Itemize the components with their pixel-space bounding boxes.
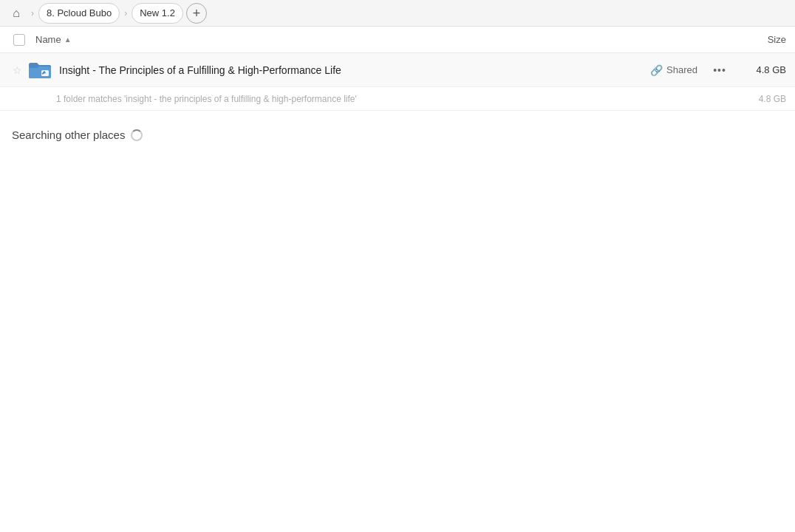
select-all-checkbox[interactable] [13,34,25,46]
file-row[interactable]: ☆ Insight - The Principles of a Fulfilli… [0,53,795,87]
searching-label: Searching other places [12,129,125,141]
match-info-row: 1 folder matches 'insight - the principl… [0,87,795,111]
loading-spinner [131,129,143,141]
add-tab-button[interactable]: + [186,3,207,24]
add-icon: + [193,7,201,20]
breadcrumb-item-new12[interactable]: New 1.2 [132,3,183,24]
header-checkbox-container [9,34,30,46]
file-name-label: Insight - The Principles of a Fulfilling… [59,64,650,76]
folder-svg [29,61,51,79]
breadcrumb-label-new12: New 1.2 [140,7,175,18]
breadcrumb-separator-2: › [124,8,127,18]
column-header-row: Name ▲ Size [0,27,795,53]
svg-rect-2 [30,66,38,68]
column-name-header[interactable]: Name ▲ [35,34,727,45]
match-info-size: 4.8 GB [742,94,786,104]
shared-badge: 🔗 Shared [650,64,697,76]
folder-icon [28,58,52,82]
home-button[interactable]: ⌂ [6,3,27,24]
column-size-header: Size [727,34,786,45]
more-options-button[interactable]: ••• [709,60,730,81]
star-button[interactable]: ☆ [9,64,25,76]
home-icon: ⌂ [13,7,20,20]
breadcrumb-label-pcloud: 8. Pcloud Bubo [47,7,112,18]
size-header-label: Size [768,34,786,45]
breadcrumb-item-pcloud[interactable]: 8. Pcloud Bubo [38,3,120,24]
link-icon: 🔗 [650,64,663,76]
star-icon: ☆ [13,64,22,76]
breadcrumb-bar: ⌂ › 8. Pcloud Bubo › New 1.2 + [0,0,795,27]
more-icon: ••• [713,64,726,76]
file-size-label: 4.8 GB [742,64,786,75]
searching-section: Searching other places [0,111,795,150]
breadcrumb-separator-1: › [31,8,34,18]
name-header-label: Name [35,34,61,45]
match-info-text: 1 folder matches 'insight - the principl… [56,94,742,104]
shared-label: Shared [666,64,697,75]
sort-arrow-icon: ▲ [64,35,72,44]
